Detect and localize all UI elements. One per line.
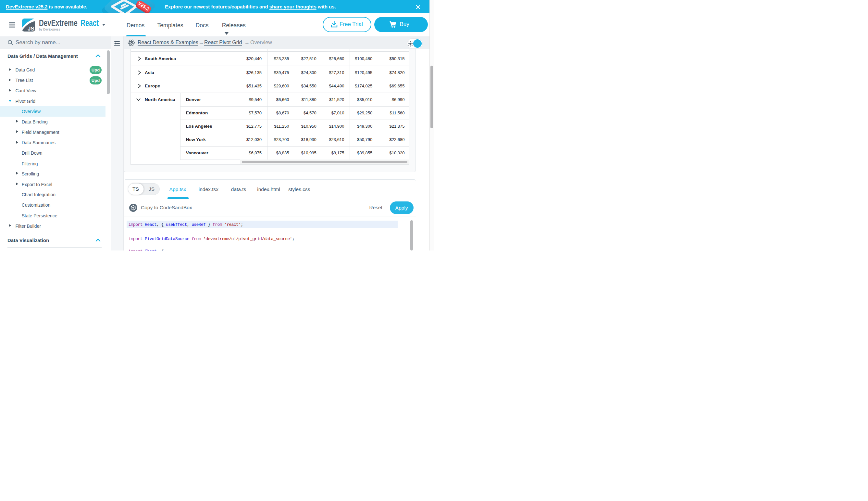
svg-text:JS: JS [28,26,34,32]
